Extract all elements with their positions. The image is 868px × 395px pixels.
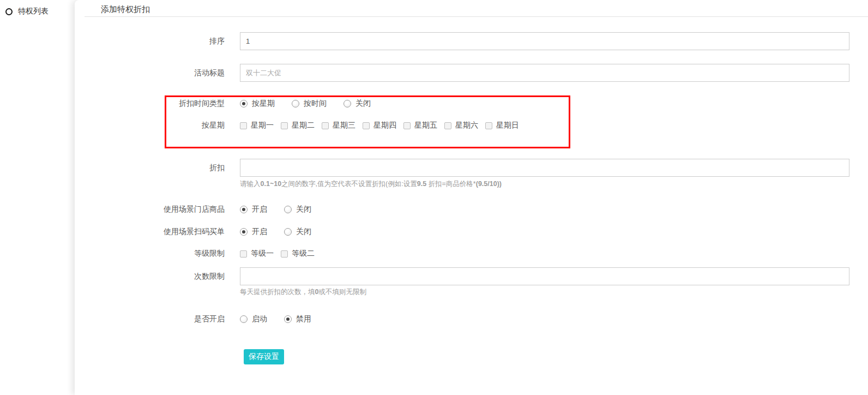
radio-label: 启动 xyxy=(252,314,267,324)
help-segment: 请输入 xyxy=(240,180,261,188)
radio-label: 开启 xyxy=(252,205,267,214)
time-type-label: 折扣时间类型 xyxy=(75,99,225,109)
level-limit-label: 等级限制 xyxy=(75,249,225,259)
help-segment: 每天提供折扣的次数，填 xyxy=(240,288,315,296)
checkbox-label: 星期五 xyxy=(414,121,437,130)
radio-label: 按星期 xyxy=(252,99,275,109)
checkbox-label: 星期一 xyxy=(251,121,274,130)
radio-label: 关闭 xyxy=(296,227,311,237)
checkbox-label: 星期三 xyxy=(333,121,355,130)
radio-option-store-off[interactable]: 关闭 xyxy=(284,205,311,214)
discount-help-text: 请输入0.1~10之间的数字,值为空代表不设置折扣(例如:设置9.5 折扣=商品… xyxy=(240,179,502,189)
checkbox-icon[interactable] xyxy=(240,122,247,129)
sidebar-item-label: 特权列表 xyxy=(18,7,49,16)
radio-option-scan-on[interactable]: 开启 xyxy=(240,227,267,237)
form-row-enabled: 是否开启 启动 禁用 xyxy=(75,311,328,327)
form-row-activity-title: 活动标题 xyxy=(75,64,849,82)
activity-title-input[interactable] xyxy=(240,64,849,82)
radio-option-scan-off[interactable]: 关闭 xyxy=(284,227,311,237)
help-segment-bold: (9.5/10)) xyxy=(476,180,502,188)
sidebar: 特权列表 xyxy=(0,0,81,395)
checkbox-option-level-1[interactable]: 等级一 xyxy=(240,249,274,259)
checkbox-option-monday[interactable]: 星期一 xyxy=(240,121,274,130)
radio-icon[interactable] xyxy=(240,100,248,107)
form-row-count-limit: 次数限制 xyxy=(75,267,849,285)
count-limit-input[interactable] xyxy=(240,267,849,285)
radio-label: 关闭 xyxy=(355,99,371,109)
help-segment: 折扣=商品价格* xyxy=(426,180,476,188)
checkbox-icon[interactable] xyxy=(403,122,411,129)
checkbox-icon[interactable] xyxy=(281,250,288,258)
checkbox-icon[interactable] xyxy=(322,122,329,129)
header-divider xyxy=(85,16,868,17)
radio-option-by-time[interactable]: 按时间 xyxy=(292,99,327,109)
radio-icon[interactable] xyxy=(240,228,248,236)
discount-label: 折扣 xyxy=(75,163,225,173)
radio-option-off[interactable]: 关闭 xyxy=(343,99,371,109)
checkbox-icon[interactable] xyxy=(444,122,451,129)
count-limit-help-text: 每天提供折扣的次数，填0或不填则无限制 xyxy=(240,288,366,297)
radio-icon[interactable] xyxy=(284,315,292,323)
checkbox-icon[interactable] xyxy=(240,250,247,258)
checkbox-option-friday[interactable]: 星期五 xyxy=(403,121,437,130)
scene-scan-label: 使用场景扫码买单 xyxy=(75,227,225,237)
save-settings-button[interactable]: 保存设置 xyxy=(244,349,284,364)
radio-label: 按时间 xyxy=(304,99,327,109)
discount-input[interactable] xyxy=(240,159,849,177)
radio-option-start[interactable]: 启动 xyxy=(240,314,267,324)
form-row-sort: 排序 xyxy=(75,32,849,50)
sidebar-item-privilege-list[interactable]: 特权列表 xyxy=(5,7,49,16)
radio-option-store-on[interactable]: 开启 xyxy=(240,205,267,214)
checkbox-label: 星期六 xyxy=(455,121,478,130)
checkbox-icon[interactable] xyxy=(485,122,492,129)
checkbox-label: 等级一 xyxy=(251,249,274,259)
count-limit-label: 次数限制 xyxy=(75,272,225,282)
weekdays-label: 按星期 xyxy=(75,121,225,130)
checkbox-option-thursday[interactable]: 星期四 xyxy=(363,121,396,130)
scene-store-label: 使用场景门店商品 xyxy=(75,205,225,214)
form-row-weekdays: 按星期 星期一 星期二 星期三 星期四 星期五 xyxy=(75,117,526,134)
sort-input[interactable] xyxy=(240,32,849,50)
page-title: 添加特权折扣 xyxy=(101,4,150,15)
radio-icon[interactable] xyxy=(284,206,292,213)
sort-label: 排序 xyxy=(75,37,225,46)
checkbox-option-sunday[interactable]: 星期日 xyxy=(485,121,519,130)
radio-icon[interactable] xyxy=(343,100,351,107)
checkbox-option-level-2[interactable]: 等级二 xyxy=(281,249,315,259)
form-row-time-type: 折扣时间类型 按星期 按时间 关闭 xyxy=(75,95,388,112)
checkbox-icon[interactable] xyxy=(281,122,288,129)
form-row-discount: 折扣 xyxy=(75,159,849,177)
checkbox-icon[interactable] xyxy=(363,122,370,129)
checkbox-label: 星期日 xyxy=(496,121,519,130)
radio-icon[interactable] xyxy=(284,228,292,236)
checkbox-option-saturday[interactable]: 星期六 xyxy=(444,121,478,130)
form-row-scene-scan: 使用场景扫码买单 开启 关闭 xyxy=(75,224,328,240)
activity-title-label: 活动标题 xyxy=(75,68,225,78)
checkbox-option-wednesday[interactable]: 星期三 xyxy=(322,121,355,130)
radio-label: 禁用 xyxy=(296,314,311,324)
radio-label: 开启 xyxy=(252,227,267,237)
help-segment: 之间的数字,值为空代表不设置折扣(例如:设置 xyxy=(281,180,417,188)
form-row-level-limit: 等级限制 等级一 等级二 xyxy=(75,246,322,262)
checkbox-label: 星期二 xyxy=(292,121,315,130)
checkbox-option-tuesday[interactable]: 星期二 xyxy=(281,121,315,130)
checkbox-label: 星期四 xyxy=(373,121,396,130)
form-row-scene-store: 使用场景门店商品 开启 关闭 xyxy=(75,201,328,218)
checkbox-label: 等级二 xyxy=(292,249,315,259)
help-segment: 或不填则无限制 xyxy=(318,288,366,296)
radio-option-disable[interactable]: 禁用 xyxy=(284,314,311,324)
radio-icon[interactable] xyxy=(240,315,248,323)
radio-label: 关闭 xyxy=(296,205,311,214)
radio-icon[interactable] xyxy=(240,206,248,213)
enabled-label: 是否开启 xyxy=(75,314,225,324)
radio-option-by-week[interactable]: 按星期 xyxy=(240,99,275,109)
main-panel: 添加特权折扣 排序 活动标题 折扣时间类型 按星期 按时间 xyxy=(75,0,868,395)
help-segment-bold: 9.5 xyxy=(417,180,426,188)
circle-bullet-icon xyxy=(5,8,13,15)
radio-icon[interactable] xyxy=(292,100,299,107)
help-segment-bold: 0.1~10 xyxy=(261,180,282,188)
